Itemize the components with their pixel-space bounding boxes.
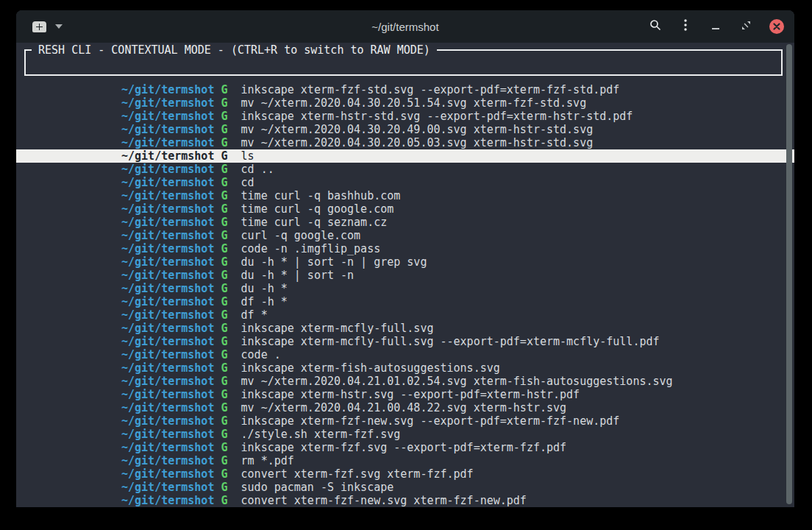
- history-row[interactable]: ~/git/termshot G time curl -q bashhub.co…: [16, 189, 794, 202]
- history-row[interactable]: ~/git/termshot G df -h *: [16, 295, 794, 308]
- history-path: ~/git/termshot: [121, 110, 214, 123]
- terminal-content: RESH CLI - CONTEXTUAL MODE - (CTRL+R to …: [16, 43, 794, 507]
- history-path: ~/git/termshot: [121, 441, 214, 454]
- history-command: inkscape xterm-fzf.svg --export-pdf=xter…: [241, 441, 567, 454]
- restore-button[interactable]: [739, 20, 752, 33]
- history-path: ~/git/termshot: [121, 269, 214, 282]
- history-command: convert xterm-fzf.svg xterm-fzf.pdf: [241, 467, 474, 481]
- git-flag: G: [214, 414, 241, 428]
- history-path: ~/git/termshot: [121, 189, 214, 202]
- history-row[interactable]: ~/git/termshot G inkscape xterm-mcfly-fu…: [16, 322, 794, 335]
- history-row[interactable]: ~/git/termshot G du -h *: [16, 282, 794, 295]
- history-command: inkscape xterm-fish-autosuggestions.svg: [241, 361, 500, 375]
- history-row[interactable]: ~/git/termshot G inkscape xterm-fzf-new.…: [16, 414, 794, 428]
- history-path: ~/git/termshot: [121, 454, 214, 467]
- git-flag: G: [214, 242, 241, 255]
- minimize-button[interactable]: [709, 20, 722, 33]
- git-flag: G: [214, 83, 241, 96]
- history-row[interactable]: ~/git/termshot G inkscape xterm-hstr.svg…: [16, 388, 794, 401]
- git-flag: G: [214, 494, 241, 507]
- history-command: du -h * | sort -n: [241, 269, 355, 282]
- history-row[interactable]: ~/git/termshot G time curl -q seznam.cz: [16, 216, 794, 229]
- history-command: code -n .imgflip_pass: [241, 242, 381, 255]
- resh-header-box: RESH CLI - CONTEXTUAL MODE - (CTRL+R to …: [24, 49, 783, 76]
- history-path: ~/git/termshot: [121, 163, 214, 176]
- history-command: mv ~/xterm.2020.04.30.20.51.54.svg xterm…: [241, 96, 587, 110]
- new-tab-button[interactable]: [32, 21, 46, 32]
- git-flag: G: [214, 176, 241, 189]
- history-row[interactable]: ~/git/termshot G mv ~/xterm.2020.04.21.0…: [16, 401, 794, 414]
- history-path: ~/git/termshot: [121, 388, 214, 401]
- history-row[interactable]: ~/git/termshot G sudo pacman -S inkscape: [16, 481, 794, 494]
- chevron-down-icon[interactable]: [55, 24, 63, 29]
- history-row[interactable]: ~/git/termshot G inkscape xterm-fzf.svg …: [16, 441, 794, 454]
- history-row[interactable]: ~/git/termshot G curl -q google.com: [16, 229, 794, 242]
- history-row[interactable]: ~/git/termshot G time curl -q google.com: [16, 202, 794, 216]
- history-path: ~/git/termshot: [121, 136, 214, 149]
- history-path: ~/git/termshot: [121, 83, 214, 96]
- history-row[interactable]: ~/git/termshot G mv ~/xterm.2020.04.30.2…: [16, 123, 794, 136]
- history-path: ~/git/termshot: [121, 361, 214, 375]
- history-row[interactable]: ~/git/termshot G code -n .imgflip_pass: [16, 242, 794, 255]
- git-flag: G: [214, 202, 241, 216]
- new-tab-plus-icon: [36, 20, 43, 33]
- history-command: inkscape xterm-hstr-std.svg --export-pdf…: [241, 110, 633, 123]
- terminal-window: ~/git/termshot: [16, 10, 794, 507]
- history-command: inkscape xterm-hstr.svg --export-pdf=xte…: [241, 388, 580, 401]
- history-path: ~/git/termshot: [121, 375, 214, 388]
- git-flag: G: [214, 481, 241, 494]
- history-row[interactable]: ~/git/termshot G inkscape xterm-hstr-std…: [16, 110, 794, 123]
- close-icon: [773, 20, 780, 33]
- history-command: convert xterm-fzf-new.svg xterm-fzf-new.…: [241, 494, 527, 507]
- history-row[interactable]: ~/git/termshot G inkscape xterm-fzf-std.…: [16, 83, 794, 96]
- history-row[interactable]: ~/git/termshot G cd: [16, 176, 794, 189]
- history-path: ~/git/termshot: [121, 149, 214, 163]
- history-row[interactable]: ~/git/termshot G du -h * | sort -n: [16, 269, 794, 282]
- history-row[interactable]: ~/git/termshot G inkscape xterm-fish-aut…: [16, 361, 794, 375]
- history-path: ~/git/termshot: [121, 295, 214, 308]
- history-row[interactable]: ~/git/termshot G mv ~/xterm.2020.04.30.2…: [16, 96, 794, 110]
- history-row[interactable]: ~/git/termshot G convert xterm-fzf.svg x…: [16, 467, 794, 481]
- git-flag: G: [214, 467, 241, 481]
- history-row[interactable]: ~/git/termshot G df *: [16, 308, 794, 322]
- history-path: ~/git/termshot: [121, 255, 214, 269]
- git-flag: G: [214, 216, 241, 229]
- history-path: ~/git/termshot: [121, 216, 214, 229]
- resh-search-input[interactable]: [30, 55, 777, 68]
- history-row[interactable]: ~/git/termshot G mv ~/xterm.2020.04.30.2…: [16, 136, 794, 149]
- git-flag: G: [214, 189, 241, 202]
- search-button[interactable]: [649, 20, 662, 33]
- menu-button[interactable]: [679, 20, 692, 33]
- git-flag: G: [214, 269, 241, 282]
- history-row[interactable]: ~/git/termshot G rm *.pdf: [16, 454, 794, 467]
- history-path: ~/git/termshot: [121, 96, 214, 110]
- history-row[interactable]: ~/git/termshot G code .: [16, 348, 794, 361]
- close-button[interactable]: [769, 19, 784, 34]
- history-command: ls: [241, 149, 254, 163]
- history-row[interactable]: ~/git/termshot G ls: [16, 149, 794, 163]
- history-path: ~/git/termshot: [121, 467, 214, 481]
- history-list: ~/git/termshot G inkscape xterm-fzf-std.…: [16, 83, 794, 507]
- git-flag: G: [214, 361, 241, 375]
- history-path: ~/git/termshot: [121, 494, 214, 507]
- history-row[interactable]: ~/git/termshot G du -h * | sort -n | gre…: [16, 255, 794, 269]
- titlebar: ~/git/termshot: [16, 10, 794, 43]
- history-command: df *: [241, 308, 268, 322]
- history-command: cd ..: [241, 163, 274, 176]
- git-flag: G: [214, 149, 241, 163]
- scrollbar-thumb[interactable]: [786, 44, 792, 504]
- history-row[interactable]: ~/git/termshot G inkscape xterm-mcfly-fu…: [16, 335, 794, 348]
- history-row[interactable]: ~/git/termshot G ./style.sh xterm-fzf.sv…: [16, 428, 794, 441]
- history-row[interactable]: ~/git/termshot G convert xterm-fzf-new.s…: [16, 494, 794, 507]
- restore-icon: [741, 20, 751, 33]
- history-row[interactable]: ~/git/termshot G mv ~/xterm.2020.04.21.0…: [16, 375, 794, 388]
- history-command: mv ~/xterm.2020.04.30.20.49.00.svg xterm…: [241, 123, 594, 136]
- history-command: sudo pacman -S inkscape: [241, 481, 394, 494]
- history-path: ~/git/termshot: [121, 414, 214, 428]
- history-command: mv ~/xterm.2020.04.21.00.48.22.svg xterm…: [241, 401, 567, 414]
- git-flag: G: [214, 136, 241, 149]
- history-command: ./style.sh xterm-fzf.svg: [241, 428, 401, 441]
- history-command: rm *.pdf: [241, 454, 294, 467]
- history-row[interactable]: ~/git/termshot G cd ..: [16, 163, 794, 176]
- history-path: ~/git/termshot: [121, 202, 214, 216]
